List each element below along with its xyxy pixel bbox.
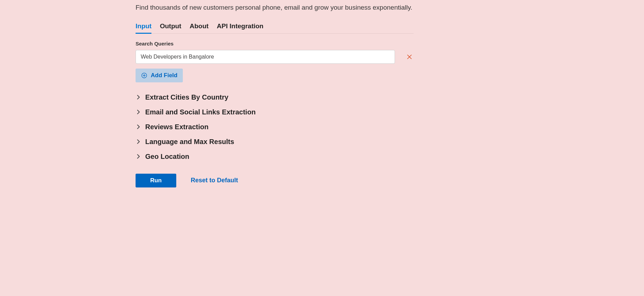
accordion-title: Email and Social Links Extraction [145,108,256,116]
chevron-right-icon [136,94,141,100]
accordion-title: Reviews Extraction [145,123,208,131]
accordion-title: Geo Location [145,153,189,161]
actions-row: Run Reset to Default [136,174,414,187]
close-icon [407,54,412,60]
plus-circle-icon [141,72,147,79]
chevron-right-icon [136,139,141,144]
add-field-label: Add Field [151,72,177,79]
run-button[interactable]: Run [136,174,176,187]
page-description: Find thousands of new customers personal… [136,3,414,13]
tabs-container: Input Output About API Integration [136,20,414,34]
search-queries-label: Search Queries [136,41,414,47]
remove-query-button[interactable] [405,53,414,61]
tab-about[interactable]: About [190,20,209,33]
tab-api-integration[interactable]: API Integration [217,20,264,33]
accordion-title: Language and Max Results [145,138,234,146]
reset-to-default-link[interactable]: Reset to Default [191,177,238,184]
add-field-button[interactable]: Add Field [136,69,183,82]
search-query-input[interactable] [136,50,395,64]
accordion-geo-location[interactable]: Geo Location [136,149,414,164]
accordion-language-max[interactable]: Language and Max Results [136,134,414,149]
accordion-email-social[interactable]: Email and Social Links Extraction [136,105,414,120]
accordion-title: Extract Cities By Country [145,93,228,101]
tab-output[interactable]: Output [160,20,181,33]
chevron-right-icon [136,109,141,115]
chevron-right-icon [136,154,141,159]
accordion-reviews[interactable]: Reviews Extraction [136,120,414,134]
accordion-extract-cities[interactable]: Extract Cities By Country [136,90,414,105]
tab-input[interactable]: Input [136,20,151,33]
chevron-right-icon [136,124,141,130]
search-query-row [136,50,414,64]
